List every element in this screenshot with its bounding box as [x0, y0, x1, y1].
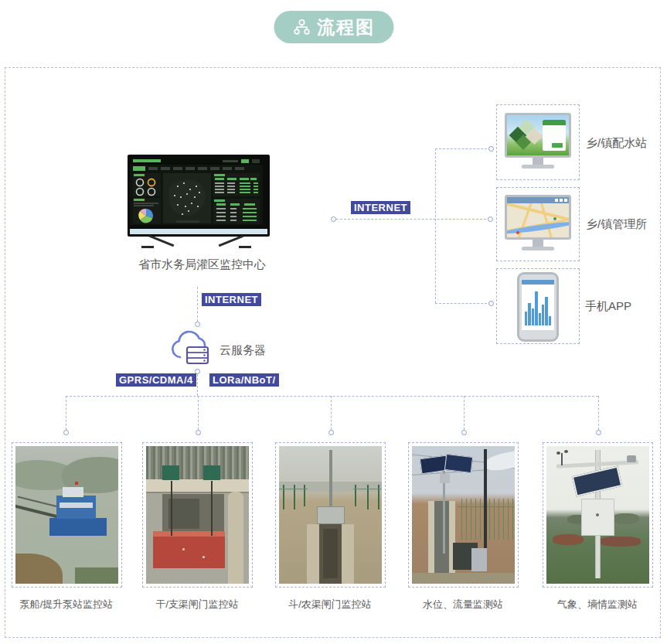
- boat-hull: [49, 518, 107, 536]
- photo-box-farm-gate: [275, 442, 386, 588]
- tv-left-foot: [141, 246, 154, 248]
- line-cloud-to-bus: [197, 374, 198, 396]
- photo-farm-gate: [279, 446, 382, 584]
- phone-statusbar: [522, 280, 554, 285]
- cloud-server-label: 云服务器: [219, 343, 266, 358]
- fence-post-4: [355, 485, 356, 506]
- flowchart-canvas: 流程图: [0, 0, 667, 644]
- gate-top-edge: [153, 531, 225, 537]
- monitor-neck: [533, 240, 543, 247]
- shore-green: [75, 567, 118, 584]
- map-marker-green: [553, 217, 556, 220]
- fence-post-3: [304, 485, 305, 506]
- foreground-dirt: [412, 573, 515, 584]
- drop-line-1: [66, 396, 66, 430]
- gate-rod-right: [211, 481, 213, 536]
- node-client-1: [488, 146, 494, 152]
- drop-line-3: [331, 396, 332, 430]
- title-badge: 流程图: [274, 11, 393, 43]
- radiation-sensor: [627, 455, 636, 462]
- lora-tag: LORa/NBoT/: [209, 373, 279, 387]
- management-monitor: [505, 195, 571, 250]
- trees-background: [146, 446, 249, 482]
- canal-channel: [434, 501, 449, 573]
- fence-wire-right: [353, 489, 382, 489]
- client-box-management: [496, 187, 580, 261]
- management-screenshot: [505, 195, 571, 240]
- tv-reflection-strip: [130, 229, 267, 234]
- antenna-pole: [329, 450, 332, 510]
- station-label-weather: 气象、墒情监测站: [543, 598, 652, 612]
- node-station-1: [63, 430, 69, 435]
- monitoring-center-screen: [128, 155, 270, 237]
- node-station-4: [461, 430, 467, 435]
- line-internet-main: [336, 219, 490, 220]
- fence-wire-left: [279, 489, 308, 489]
- opening-shadow: [168, 499, 199, 529]
- flowchart-icon: [292, 18, 311, 36]
- gate-hoist-left: [162, 465, 179, 481]
- node-station-2: [196, 430, 201, 435]
- node-client-2: [488, 216, 493, 222]
- client-label-water-station: 乡/镇配水站: [586, 136, 647, 151]
- node-station-5: [596, 430, 601, 435]
- line-client-branch: [435, 148, 436, 303]
- node-cloud-top: [195, 322, 200, 327]
- photo-box-pump-boat: [12, 442, 122, 588]
- mast-pole: [484, 449, 487, 565]
- cloud-server-icon: [170, 328, 213, 368]
- phone-screen: [522, 280, 554, 330]
- tv-right-foot: [239, 246, 251, 248]
- boat-top-deck: [63, 487, 83, 496]
- node-client-3: [488, 301, 494, 306]
- station-label-pump-boat: 泵船/提升泵站监控站: [12, 598, 121, 612]
- node-station-3: [328, 430, 334, 435]
- window-close-button: [564, 199, 567, 202]
- login-header: [543, 120, 566, 125]
- control-cabinet: [317, 506, 345, 524]
- window-min-button: [555, 199, 558, 202]
- red-sluice-gate: [153, 531, 225, 568]
- equipment-box: [581, 499, 614, 536]
- window-max-button: [560, 199, 563, 202]
- dashboard-screenshot: [130, 157, 263, 225]
- monitor-base: [522, 165, 554, 169]
- drop-line-4: [464, 396, 465, 430]
- red-vegetation-1: [553, 534, 584, 545]
- drop-line-2: [198, 396, 199, 430]
- client-label-management: 乡/镇管理所: [586, 217, 647, 232]
- red-vegetation-2: [600, 537, 641, 546]
- drop-line-5: [598, 396, 599, 430]
- station-label-farm-gate: 斗/农渠闸门监控站: [275, 598, 385, 612]
- line-center-to-cloud: [197, 287, 198, 322]
- phone-bar-chart: [525, 290, 551, 325]
- internet-tag-center: INTERNET: [202, 293, 261, 306]
- page-title: 流程图: [317, 15, 375, 39]
- line-to-client-3: [435, 303, 491, 304]
- photo-water-level: [412, 446, 515, 584]
- station-label-main-gate: 干/支渠闸门监控站: [142, 598, 252, 612]
- water-station-screenshot: [505, 113, 571, 158]
- client-box-mobile-app: [496, 268, 580, 344]
- map-marker-red: [516, 231, 519, 234]
- node-internet-left: [331, 216, 336, 222]
- monitor-base: [522, 247, 554, 250]
- photo-box-water-level: [408, 442, 519, 588]
- cabin-windows: [60, 503, 93, 508]
- client-box-water-station: [496, 104, 580, 180]
- photo-pump-boat: [15, 446, 118, 584]
- photo-main-gate: [146, 446, 249, 584]
- gate-rod-left: [171, 481, 172, 536]
- battery-box: [440, 474, 450, 483]
- photo-weather: [546, 446, 649, 584]
- station-bus-line: [66, 396, 598, 397]
- station-label-water-level: 水位、流量监测站: [408, 598, 518, 612]
- gate-bolt-1: [182, 548, 185, 550]
- instrument-grey-box: [471, 548, 487, 571]
- concrete-pillar: [228, 492, 243, 584]
- smartphone: [517, 272, 559, 342]
- monitoring-center-label: 省市水务局灌区监控中心: [138, 257, 266, 272]
- monitor-neck: [533, 158, 543, 165]
- water-station-monitor: [505, 113, 571, 169]
- anemometer-stem: [561, 453, 563, 465]
